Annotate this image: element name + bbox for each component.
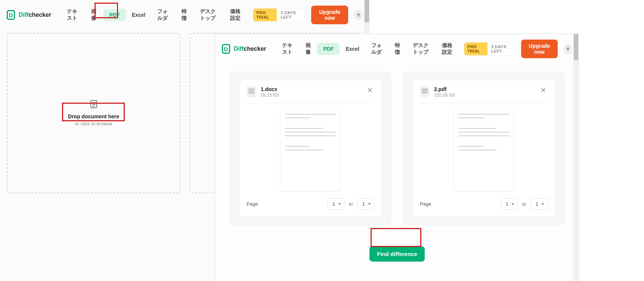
days-left: 3 DAYS LEFT — [487, 43, 515, 55]
page-preview — [281, 109, 340, 191]
days-left: 3 DAYS LEFT — [277, 9, 305, 21]
find-difference-button[interactable]: Find difference — [369, 246, 425, 262]
nav-desktop[interactable]: デスクトップ — [407, 39, 436, 59]
file-card-header: 2.pdf 232.06 KB ✕ — [420, 86, 548, 103]
pro-trial-badge: PRO TRIAL 3 DAYS LEFT — [464, 42, 515, 56]
header: D Diffchecker テキスト 画像 PDF Excel フォルダ 特徴 … — [215, 34, 579, 64]
nav: テキスト 画像 PDF Excel フォルダ 特徴 デスクトップ 価格設定 — [61, 5, 248, 25]
nav-pdf[interactable]: PDF — [317, 43, 340, 55]
upgrade-button[interactable]: Upgrade now — [311, 6, 348, 24]
file-icon — [420, 86, 430, 97]
nav-image[interactable]: 画像 — [300, 39, 318, 59]
nav-features[interactable]: 特徴 — [389, 39, 407, 59]
file-card: 1.docx 26.25 KB ✕ Page 1 to 1 — [240, 80, 381, 216]
pro-trial-badge: PRO TRIAL 3 DAYS LEFT — [253, 8, 305, 22]
file-info: 2.pdf 232.06 KB — [434, 86, 535, 98]
find-row: Find difference — [215, 233, 579, 262]
file-name: 1.docx — [261, 86, 361, 92]
nav-pricing[interactable]: 価格設定 — [436, 39, 459, 59]
scrollbar-thumb[interactable] — [365, 0, 369, 22]
header: D Diffchecker テキスト 画像 PDF Excel フォルダ 特徴 … — [0, 0, 370, 30]
file-card-header: 1.docx 26.25 KB ✕ — [247, 86, 374, 103]
nav-folder[interactable]: フォルダ — [365, 39, 389, 59]
logo-icon: D — [7, 10, 15, 20]
file-name: 2.pdf — [434, 86, 535, 92]
avatar[interactable]: Y — [354, 9, 363, 21]
nav-pricing[interactable]: 価格設定 — [224, 5, 248, 25]
page-range: Page 1 to 1 — [247, 198, 374, 210]
brand[interactable]: Diffchecker — [19, 12, 51, 18]
nav-text[interactable]: テキスト — [276, 39, 300, 59]
drop-sub: or click to browse — [75, 121, 112, 127]
file-panels: 1.docx 26.25 KB ✕ Page 1 to 1 — [215, 64, 579, 233]
remove-file-button[interactable]: ✕ — [366, 86, 374, 94]
nav-text[interactable]: テキスト — [61, 5, 85, 25]
pro-label: PRO TRIAL — [464, 43, 487, 55]
drop-title: Drop document here — [68, 113, 119, 119]
page-label: Page — [420, 201, 496, 207]
nav: テキスト 画像 PDF Excel フォルダ 特徴 デスクトップ 価格設定 — [276, 39, 459, 59]
brand-checker: checker — [29, 12, 52, 18]
file-card: 2.pdf 232.06 KB ✕ Page 1 to 1 — [413, 80, 554, 216]
page-preview — [454, 109, 514, 191]
page-from-select[interactable]: 1 — [501, 198, 518, 210]
nav-excel[interactable]: Excel — [340, 43, 365, 55]
pro-label: PRO TRIAL — [253, 9, 277, 21]
logo-icon: D — [222, 44, 230, 54]
file-panel-left: 1.docx 26.25 KB ✕ Page 1 to 1 — [229, 71, 391, 225]
brand-checker: checker — [244, 46, 266, 52]
document-icon — [90, 100, 97, 108]
to-label: to — [349, 201, 353, 207]
page-to-select[interactable]: 1 — [357, 198, 374, 210]
page-range: Page 1 to 1 — [420, 198, 548, 210]
diffchecker-app-loaded: D Diffchecker テキスト 画像 PDF Excel フォルダ 特徴 … — [215, 34, 579, 281]
file-size: 232.06 KB — [434, 93, 535, 98]
nav-excel[interactable]: Excel — [126, 9, 152, 21]
nav-image[interactable]: 画像 — [85, 5, 103, 25]
nav-desktop[interactable]: デスクトップ — [194, 5, 225, 25]
file-icon — [247, 86, 256, 97]
nav-pdf[interactable]: PDF — [103, 9, 126, 21]
nav-features[interactable]: 特徴 — [176, 5, 194, 25]
nav-folder[interactable]: フォルダ — [151, 5, 176, 25]
brand-diff: Diff — [19, 12, 29, 18]
dropzone-left[interactable]: Drop document here or click to browse — [7, 33, 180, 193]
file-panel-right: 2.pdf 232.06 KB ✕ Page 1 to 1 — [403, 71, 565, 225]
avatar[interactable]: Y — [564, 43, 572, 54]
file-size: 26.25 KB — [261, 93, 361, 98]
page-from-select[interactable]: 1 — [328, 198, 344, 210]
scrollbar-thumb[interactable] — [574, 34, 578, 60]
scrollbar[interactable] — [573, 34, 579, 281]
to-label: to — [522, 201, 526, 207]
brand[interactable]: Diffchecker — [234, 46, 266, 52]
file-info: 1.docx 26.25 KB — [261, 86, 361, 98]
remove-file-button[interactable]: ✕ — [539, 86, 548, 94]
page-label: Page — [247, 201, 323, 207]
upgrade-button[interactable]: Upgrade now — [521, 40, 557, 58]
brand-diff: Diff — [234, 46, 244, 52]
page-to-select[interactable]: 1 — [531, 198, 548, 210]
